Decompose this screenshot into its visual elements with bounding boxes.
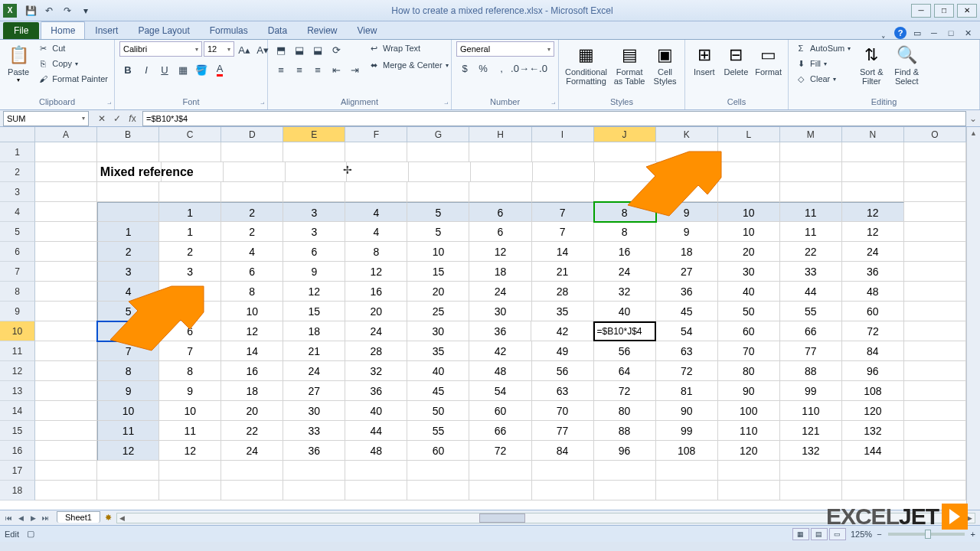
cell-M12[interactable]: 88 (780, 361, 842, 381)
cell-K12[interactable]: 72 (656, 361, 718, 381)
fill-color-button[interactable]: 🪣 (193, 61, 210, 78)
cell-H1[interactable] (469, 142, 531, 162)
cell-A9[interactable] (35, 302, 97, 321)
cell-B4[interactable] (97, 202, 159, 222)
cell-N16[interactable]: 144 (842, 441, 904, 461)
cell-D9[interactable]: 10 (221, 302, 283, 321)
cell-N12[interactable]: 96 (842, 361, 904, 381)
cell-H5[interactable]: 6 (469, 222, 531, 242)
column-header-I[interactable]: I (532, 127, 594, 142)
undo-icon[interactable]: ↶ (41, 3, 57, 18)
find-select-button[interactable]: 🔍Find & Select (890, 41, 923, 87)
cell-F4[interactable]: 4 (345, 202, 407, 222)
cell-B16[interactable]: 12 (97, 441, 159, 461)
cell-C18[interactable] (159, 481, 221, 500)
clear-button[interactable]: ◇Clear▾ (793, 72, 852, 86)
tab-formulas[interactable]: Formulas (200, 21, 258, 39)
cell-O13[interactable] (904, 381, 966, 401)
view-normal-button[interactable]: ▦ (792, 528, 809, 540)
cell-D10[interactable]: 12 (221, 321, 283, 341)
column-header-A[interactable]: A (35, 127, 97, 142)
column-header-F[interactable]: F (345, 127, 407, 142)
cell-C7[interactable]: 3 (159, 262, 221, 282)
cell-N14[interactable]: 120 (842, 401, 904, 421)
cell-L18[interactable] (718, 481, 780, 500)
cell-O17[interactable] (904, 461, 966, 481)
cell-I12[interactable]: 56 (532, 361, 594, 381)
zoom-slider[interactable] (888, 533, 965, 536)
cell-E17[interactable] (283, 461, 345, 481)
cell-E18[interactable] (283, 481, 345, 500)
cell-D8[interactable]: 8 (221, 282, 283, 302)
underline-button[interactable]: U (156, 61, 173, 78)
cell-L13[interactable]: 90 (718, 381, 780, 401)
merge-center-button[interactable]: ⬌Merge & Center▾ (366, 58, 450, 72)
cell-G13[interactable]: 45 (407, 381, 469, 401)
cell-K7[interactable]: 27 (656, 262, 718, 282)
cell-N13[interactable]: 108 (842, 381, 904, 401)
cell-C6[interactable]: 2 (159, 242, 221, 262)
cell-H2[interactable] (471, 162, 533, 182)
cell-J10[interactable]: =$B10*J$4 (593, 321, 655, 341)
decrease-indent-icon[interactable]: ⇤ (328, 61, 345, 78)
cell-E11[interactable]: 21 (283, 341, 345, 361)
cell-D16[interactable]: 24 (221, 441, 283, 461)
column-header-L[interactable]: L (718, 127, 780, 142)
cell-O4[interactable] (904, 202, 966, 222)
column-header-C[interactable]: C (159, 127, 221, 142)
cell-I17[interactable] (532, 461, 594, 481)
cell-M16[interactable]: 132 (780, 441, 842, 461)
autosum-button[interactable]: ΣAutoSum▾ (793, 41, 852, 55)
row-header-15[interactable]: 15 (0, 421, 35, 441)
cell-I1[interactable] (532, 142, 594, 162)
cell-K5[interactable]: 9 (656, 222, 718, 242)
align-right-icon[interactable]: ≡ (309, 61, 326, 78)
cell-N3[interactable] (842, 182, 904, 202)
orientation-icon[interactable]: ⟳ (328, 41, 345, 58)
sheet-nav-next-icon[interactable]: ▶ (28, 513, 38, 523)
cell-F14[interactable]: 40 (345, 401, 407, 421)
cell-G12[interactable]: 40 (407, 361, 469, 381)
cell-J12[interactable]: 64 (594, 361, 656, 381)
cell-G4[interactable]: 5 (407, 202, 469, 222)
tab-insert[interactable]: Insert (85, 21, 128, 39)
cell-B7[interactable]: 3 (97, 262, 159, 282)
cell-I14[interactable]: 70 (532, 401, 594, 421)
cell-H7[interactable]: 18 (469, 262, 531, 282)
cell-G17[interactable] (407, 461, 469, 481)
scroll-left-icon[interactable]: ◀ (117, 514, 128, 522)
cell-E12[interactable]: 24 (283, 361, 345, 381)
cell-A3[interactable] (35, 182, 97, 202)
cell-L10[interactable]: 60 (718, 321, 780, 341)
increase-font-icon[interactable]: A▴ (236, 41, 253, 58)
scroll-up-icon[interactable]: ▲ (967, 127, 980, 139)
cell-D6[interactable]: 4 (221, 242, 283, 262)
cell-C2[interactable] (162, 162, 224, 182)
cell-I7[interactable]: 21 (532, 262, 594, 282)
cell-N9[interactable]: 60 (842, 302, 904, 321)
cell-F10[interactable]: 24 (345, 321, 407, 341)
cell-F2[interactable] (347, 162, 409, 182)
cell-F18[interactable] (345, 481, 407, 500)
cell-J15[interactable]: 88 (594, 421, 656, 441)
cancel-formula-button[interactable]: ✕ (95, 112, 109, 126)
copy-button[interactable]: ⎘Copy▾ (35, 57, 109, 70)
cell-M18[interactable] (780, 481, 842, 500)
cell-K3[interactable] (656, 182, 718, 202)
help-icon[interactable]: ? (894, 27, 906, 39)
cell-F13[interactable]: 36 (345, 381, 407, 401)
cell-N6[interactable]: 24 (842, 242, 904, 262)
cell-K15[interactable]: 99 (656, 421, 718, 441)
cell-I6[interactable]: 14 (532, 242, 594, 262)
cell-G5[interactable]: 5 (407, 222, 469, 242)
cell-G16[interactable]: 60 (407, 441, 469, 461)
cell-L7[interactable]: 30 (718, 262, 780, 282)
cell-B6[interactable]: 2 (97, 242, 159, 262)
column-header-M[interactable]: M (780, 127, 842, 142)
cell-F3[interactable] (345, 182, 407, 202)
cell-I2[interactable] (533, 162, 595, 182)
column-header-B[interactable]: B (97, 127, 159, 142)
number-format-select[interactable]: General▾ (456, 41, 554, 57)
zoom-out-button[interactable]: − (877, 530, 881, 539)
cell-H18[interactable] (469, 481, 531, 500)
